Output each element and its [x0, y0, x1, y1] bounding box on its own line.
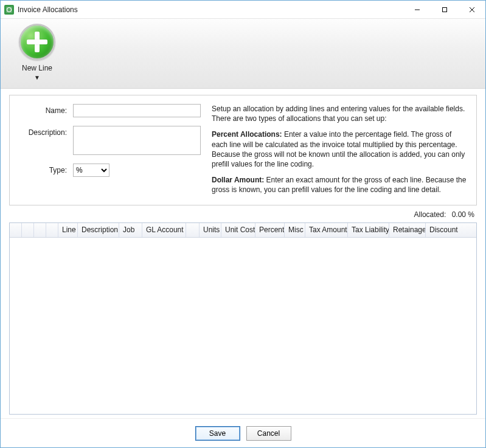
grid-col-blank2[interactable] — [22, 223, 34, 237]
grid-col-misc[interactable]: Misc — [285, 223, 305, 237]
grid-col-unit-cost[interactable]: Unit Cost — [221, 223, 255, 237]
app-icon — [4, 5, 14, 15]
type-select[interactable]: % — [73, 164, 109, 177]
dropdown-arrow-icon[interactable]: ▼ — [34, 75, 40, 81]
window: Invoice Allocations New Line ▼ Name: — [0, 0, 486, 448]
grid-col-blank3[interactable] — [34, 223, 46, 237]
content-area: Name: Description: Type: % Setup an allo… — [1, 89, 485, 418]
grid-col-gl-account[interactable]: GL Account — [142, 223, 186, 237]
new-line-label: New Line — [22, 64, 52, 72]
form-column: Name: Description: Type: % — [18, 104, 201, 195]
new-line-button[interactable]: New Line ▼ — [7, 22, 68, 81]
help-percent-label: Percent Allocations: — [212, 130, 282, 139]
grid-header: Line Description Job GL Account Units Un… — [10, 223, 476, 238]
grid-col-blank4[interactable] — [46, 223, 58, 237]
description-label: Description: — [18, 126, 73, 137]
help-dollar: Dollar Amount: Enter an exact amount for… — [212, 175, 468, 195]
minimize-button[interactable] — [403, 1, 431, 19]
help-percent: Percent Allocations: Enter a value into … — [212, 129, 468, 169]
help-intro: Setup an allocation by adding lines and … — [212, 104, 468, 123]
grid-body[interactable] — [10, 238, 476, 415]
plus-icon — [19, 24, 55, 60]
grid-col-line[interactable]: Line — [58, 223, 78, 237]
svg-rect-3 — [442, 7, 446, 12]
grid-col-percent[interactable]: Percent — [255, 223, 285, 237]
close-button[interactable] — [458, 1, 485, 19]
description-input[interactable] — [73, 126, 201, 155]
grid-col-retainage[interactable]: Retainage — [389, 223, 426, 237]
name-input[interactable] — [73, 104, 201, 117]
cancel-button[interactable]: Cancel — [246, 426, 291, 441]
grid-col-discount[interactable]: Discount — [426, 223, 476, 237]
footer: Save Cancel — [1, 418, 485, 447]
setup-panel: Name: Description: Type: % Setup an allo… — [9, 95, 477, 205]
allocated-label: Allocated: — [414, 210, 446, 219]
grid-col-tax-liability[interactable]: Tax Liability — [348, 223, 389, 237]
save-button[interactable]: Save — [195, 426, 240, 441]
type-label: Type: — [18, 164, 73, 174]
titlebar: Invoice Allocations — [1, 1, 485, 19]
allocated-value: 0.00 % — [452, 210, 474, 219]
name-label: Name: — [18, 104, 73, 115]
grid-col-blank1[interactable] — [10, 223, 22, 237]
grid-col-units[interactable]: Units — [200, 223, 221, 237]
window-title: Invoice Allocations — [18, 5, 78, 14]
grid-col-tax-amount[interactable]: Tax Amount — [305, 223, 348, 237]
allocated-row: Allocated: 0.00 % — [9, 205, 477, 222]
help-dollar-label: Dollar Amount: — [212, 176, 264, 184]
toolbar: New Line ▼ — [1, 19, 485, 89]
allocation-grid[interactable]: Line Description Job GL Account Units Un… — [9, 222, 477, 415]
grid-col-blank5[interactable] — [186, 223, 200, 237]
grid-col-job[interactable]: Job — [119, 223, 142, 237]
grid-col-description[interactable]: Description — [78, 223, 119, 237]
help-text: Setup an allocation by adding lines and … — [212, 104, 468, 195]
maximize-button[interactable] — [431, 1, 458, 19]
